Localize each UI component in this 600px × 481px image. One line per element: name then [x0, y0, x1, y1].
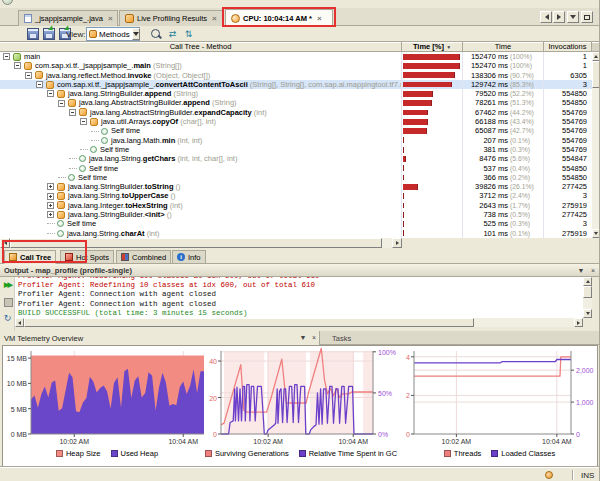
- method-args: (int): [168, 201, 183, 210]
- tree-node-label: java.lang.StringBuilder.<init> (): [68, 210, 172, 219]
- column-chooser-button[interactable]: [592, 42, 600, 52]
- column-header-time[interactable]: Time: [463, 42, 544, 52]
- scroll-right-button[interactable]: [574, 318, 583, 327]
- expand-toggle-icon[interactable]: [47, 202, 54, 209]
- close-icon[interactable]: ×: [108, 14, 113, 23]
- tab-cpu-snapshot[interactable]: CPU: 10:04:14 AM * ×: [225, 9, 333, 26]
- combobox-dropdown-button[interactable]: [132, 28, 140, 40]
- tree-row[interactable]: java.util.Arrays.copyOf (char[], int)661…: [0, 117, 592, 126]
- save-snapshot-icon[interactable]: [27, 28, 39, 40]
- column-header-invocations[interactable]: Invocations: [544, 42, 592, 52]
- expand-toggle-icon[interactable]: [47, 183, 54, 190]
- collapse-toggle-icon[interactable]: [69, 109, 76, 116]
- tree-row[interactable]: com.sap.xi.tf._jsappjsample_.main (Strin…: [0, 61, 592, 70]
- tree-row[interactable]: java.lang.Integer.toHexString (int)2643 …: [0, 201, 592, 210]
- column-header-method[interactable]: Call Tree - Method: [0, 42, 402, 52]
- time-cell: 101 ms(0.1%): [463, 229, 544, 238]
- tree-row[interactable]: java.lang.StringBuilder.toString ()39826…: [0, 182, 592, 191]
- tree-vscroll-thumb[interactable]: [592, 61, 600, 88]
- tree-row[interactable]: main152470 ms(100%)1: [0, 52, 592, 61]
- time-pct-bar: [403, 156, 406, 162]
- tab-jsappjsample-java[interactable]: _jsappjsample_.java ×: [18, 10, 118, 26]
- console-hscroll-thumb[interactable]: [24, 318, 474, 327]
- chart-legend: ThreadsLoaded Classes: [401, 449, 598, 458]
- x-axis-label: 10:04 AM: [331, 438, 375, 446]
- tree-row[interactable]: Self time366 ms(0.2%)554850: [0, 173, 592, 182]
- method-args: (String[]): [151, 61, 182, 70]
- scroll-left-button[interactable]: [0, 238, 10, 248]
- expand-toggle-icon[interactable]: [47, 193, 54, 200]
- vm-telemetry-tab[interactable]: VM Telemetry Overview ▼ ×: [0, 331, 320, 345]
- scroll-tabs-left-button[interactable]: [540, 11, 552, 23]
- tree-row[interactable]: java.lang.String.charAt (int)101 ms(0.1%…: [0, 229, 592, 238]
- tree-hscroll-thumb[interactable]: [10, 238, 382, 248]
- pin-icon[interactable]: ▼: [576, 266, 586, 276]
- scroll-down-button[interactable]: [592, 229, 600, 238]
- tab-tasks[interactable]: Tasks: [326, 332, 357, 344]
- method-icon: [57, 211, 65, 219]
- tree-row[interactable]: Self time65087 ms(42.7%)554769: [0, 126, 592, 135]
- tree-row[interactable]: java.lang.Math.min (int, int)207 ms(0.1%…: [0, 136, 592, 145]
- legend-swatch: [205, 450, 212, 457]
- output-header[interactable]: Output - map_profile (profile-single) ▼ …: [0, 264, 600, 277]
- close-icon[interactable]: ×: [212, 14, 217, 23]
- scroll-down-button[interactable]: [583, 309, 592, 318]
- expand-vertical-icon[interactable]: ⇅: [182, 28, 195, 40]
- console-vscroll-thumb[interactable]: [583, 286, 592, 298]
- tab-info[interactable]: i Info: [172, 250, 206, 264]
- scroll-up-button[interactable]: [592, 52, 600, 61]
- collapse-toggle-icon[interactable]: [36, 81, 43, 88]
- pin-icon[interactable]: ▼: [298, 333, 308, 343]
- axis-tick-label: 1,000: [576, 399, 600, 407]
- collapse-toggle-icon[interactable]: [3, 53, 10, 60]
- collapse-toggle-icon[interactable]: [58, 100, 65, 107]
- tab-live-profiling-results[interactable]: Live Profiling Results ×: [119, 10, 224, 26]
- close-icon[interactable]: ×: [317, 14, 322, 23]
- invocations-cell: 554850: [544, 164, 592, 173]
- expand-toggle-icon[interactable]: [47, 211, 54, 218]
- stop-build-icon[interactable]: [2, 296, 13, 307]
- left-arrow-icon: [542, 14, 549, 20]
- tree-row[interactable]: java.lang.reflect.Method.invoke (Object,…: [0, 71, 592, 80]
- tree-node-label: main: [24, 52, 40, 61]
- tree-row[interactable]: java.lang.StringBuilder.append (String)7…: [0, 89, 592, 98]
- tree-row[interactable]: java.lang.String.toUpperCase ()3712 ms(2…: [0, 191, 592, 200]
- rerun-build-icon[interactable]: ▶▶: [2, 279, 13, 290]
- tree-row[interactable]: com.sap.xi.tf._jsappjsample_.convertAttC…: [0, 80, 592, 89]
- collapse-toggle-icon[interactable]: [14, 62, 21, 69]
- scroll-left-button[interactable]: [15, 318, 24, 327]
- column-header-time-pct[interactable]: Time [%] ▼: [402, 42, 463, 52]
- method-args: (String): [171, 89, 198, 98]
- search-icon[interactable]: [150, 28, 162, 40]
- collapse-horizontal-icon[interactable]: ⇄: [166, 28, 179, 40]
- method-icon: [90, 118, 98, 126]
- collapse-toggle-icon[interactable]: [80, 118, 87, 125]
- tab-hot-spots[interactable]: Hot Spots: [60, 250, 114, 264]
- collapse-toggle-icon[interactable]: [25, 72, 32, 79]
- tab-combined[interactable]: Combined: [116, 250, 171, 264]
- scroll-tabs-right-button[interactable]: [553, 11, 565, 23]
- close-icon[interactable]: ×: [309, 333, 319, 343]
- scroll-right-button[interactable]: [392, 238, 402, 248]
- tree-row[interactable]: Self time381 ms(0.3%)554769: [0, 145, 592, 154]
- save-snapshot-to-project-icon[interactable]: [43, 28, 55, 40]
- tree-row[interactable]: Self time537 ms(0.4%)554850: [0, 164, 592, 173]
- scroll-up-button[interactable]: [583, 277, 592, 286]
- tree-row[interactable]: java.lang.AbstractStringBuilder.expandCa…: [0, 108, 592, 117]
- view-label: View:: [66, 30, 85, 39]
- method-icon: [68, 99, 76, 107]
- time-value: 381 ms: [483, 145, 508, 154]
- time-cell: 67462 ms(44.2%): [463, 108, 544, 117]
- tree-row[interactable]: java.lang.String.getChars (int, int, cha…: [0, 154, 592, 163]
- minimize-window-button[interactable]: [567, 11, 579, 23]
- collapse-toggle-icon[interactable]: [47, 90, 54, 97]
- refresh-icon[interactable]: ↻: [2, 313, 13, 324]
- time-pct-cell: [402, 117, 463, 126]
- close-icon[interactable]: ×: [588, 266, 598, 276]
- tree-row[interactable]: Self time525 ms(0.3%)3: [0, 219, 592, 228]
- maximize-window-button[interactable]: [581, 11, 593, 23]
- tab-call-tree[interactable]: Call Tree: [4, 250, 56, 264]
- tree-row[interactable]: java.lang.StringBuilder.<init> ()738 ms(…: [0, 210, 592, 219]
- view-combobox[interactable]: Methods: [86, 27, 140, 41]
- tree-row[interactable]: java.lang.AbstractStringBuilder.append (…: [0, 98, 592, 107]
